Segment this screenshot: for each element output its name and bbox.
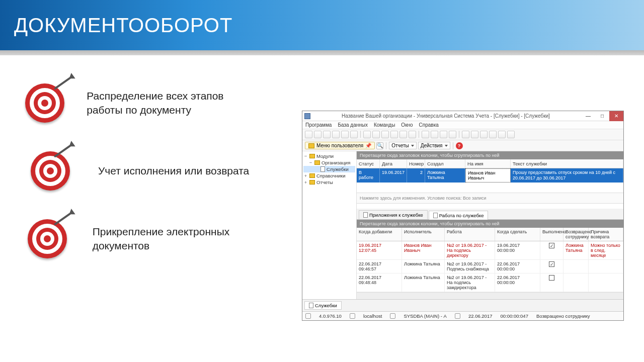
toolbar-button[interactable] (372, 131, 380, 138)
host-icon (350, 313, 355, 319)
bullet-text: Учет исполнения или возврата (98, 164, 249, 178)
toolbar-button[interactable] (390, 131, 398, 138)
checkbox[interactable]: ✓ (549, 261, 554, 267)
menu-item[interactable]: База данных (338, 122, 368, 128)
toolbar-button[interactable] (332, 131, 340, 138)
checkbox[interactable]: ✓ (549, 243, 554, 248)
toolbar-button[interactable] (480, 131, 488, 138)
col-header[interactable]: Исполнитель (402, 228, 445, 241)
bullet-item: Распределение всех этапов работы по доку… (30, 83, 262, 123)
bullet-item: Учет исполнения или возврата (30, 151, 262, 191)
tree-pane: −Модули −Организация Служебки +Справочни… (302, 151, 357, 299)
toolbar-button[interactable] (471, 131, 478, 138)
grid1-header: Статус Дата Номер Создал На имя Текст сл… (357, 159, 623, 168)
search-icon[interactable]: 🔍 (376, 142, 383, 149)
col-header[interactable]: Когда добавили (357, 228, 402, 241)
toolbar-button[interactable] (314, 131, 321, 138)
toolbar-button[interactable] (422, 131, 429, 138)
col-header[interactable]: Выполнено (540, 228, 564, 241)
toolbar-button[interactable] (489, 131, 497, 138)
grid2-row[interactable]: 22.06.2017 09:46:57Ложкина Татьяна№2 от … (357, 260, 623, 274)
tab-work[interactable]: Работа по служебке (429, 211, 489, 220)
maximize-button[interactable]: □ (595, 111, 609, 121)
toolbar-button[interactable] (363, 131, 371, 138)
app-icon (304, 113, 310, 119)
document-icon (320, 166, 325, 172)
group-by-hint-2[interactable]: Перетащите сюда заголовок колонки, чтобы… (357, 220, 623, 228)
grid2-header: Когда добавили Исполнитель Работа Когда … (357, 228, 623, 241)
search-condition[interactable]: Нажмите здесь для изменения. Условие пои… (357, 193, 623, 204)
toolbar-button[interactable] (350, 131, 358, 138)
toolbar-button[interactable] (462, 131, 469, 138)
bullet-text: Прикрепление электронных документов (93, 225, 262, 253)
col-header[interactable]: На имя (465, 159, 511, 168)
user-menu-button[interactable]: Меню пользователя 📌 (305, 142, 375, 149)
toolbar-button[interactable] (507, 131, 515, 138)
toolbar-button[interactable] (431, 131, 438, 138)
divider-bar (0, 50, 644, 55)
toolbar-button[interactable] (399, 131, 407, 138)
reports-dropdown[interactable]: Отчеты (389, 142, 417, 149)
menubar: Программа База данных Команды Окно Справ… (302, 121, 623, 129)
app-window: Название Вашей организации - Универсальн… (302, 111, 624, 321)
tree-item[interactable]: +Отчеты (303, 179, 355, 186)
tree-item[interactable]: −Организация (303, 159, 355, 166)
toolbar-button[interactable] (409, 131, 416, 138)
col-header[interactable]: Дата (380, 159, 407, 168)
toolbar-button[interactable] (323, 131, 331, 138)
actions-dropdown[interactable]: Действия (418, 142, 450, 149)
menu-item[interactable]: Окно (401, 122, 413, 128)
close-button[interactable]: ✕ (609, 111, 623, 121)
toolbar-button[interactable] (305, 131, 312, 138)
help-icon[interactable]: ? (456, 142, 463, 149)
titlebar: Название Вашей организации - Универсальн… (302, 111, 623, 121)
col-header[interactable]: Текст служебки (511, 159, 623, 168)
checkbox[interactable] (549, 275, 554, 281)
folder-icon (308, 143, 314, 148)
menu-item[interactable]: Программа (305, 122, 332, 128)
status-date: 22.06.2017 (468, 313, 493, 319)
col-header[interactable]: Возвращено сотруднику (564, 228, 589, 241)
col-header[interactable]: Создал (425, 159, 465, 168)
col-header[interactable]: Работа (445, 228, 495, 241)
group-by-hint[interactable]: Перетащите сюда заголовок колонки, чтобы… (357, 151, 623, 159)
calendar-icon (455, 313, 460, 319)
pin-icon: 📌 (365, 143, 371, 148)
grid2-row[interactable]: 19.06.2017 12:07:45Иванов Иван Иваныч№2 … (357, 241, 623, 260)
toolbar-button[interactable] (498, 131, 506, 138)
toolbar-secondary: Меню пользователя 📌 🔍 Отчеты Действия ? (302, 140, 623, 151)
tree-item-memos[interactable]: Служебки (303, 166, 355, 172)
folder-icon (314, 160, 320, 165)
tree-item[interactable]: +Справочники (303, 172, 355, 179)
toolbar-button[interactable] (440, 131, 447, 138)
bullet-list: Распределение всех этапов работы по доку… (30, 83, 262, 321)
separator (386, 142, 386, 149)
col-header[interactable]: Статус (357, 159, 380, 168)
status-time: 00:00:00:047 (500, 313, 528, 319)
grid1-row[interactable]: В работе 19.06.2017 2 Ложкина Татьяна Ив… (357, 168, 623, 183)
tree-root[interactable]: −Модули (303, 153, 355, 159)
menu-item[interactable]: Справка (419, 122, 439, 128)
separator (453, 142, 453, 149)
minimize-button[interactable]: — (581, 111, 595, 121)
status-icon (305, 313, 311, 319)
col-header[interactable]: Причина возврата (589, 228, 623, 241)
toolbar-button[interactable] (449, 131, 456, 138)
menu-item[interactable]: Команды (374, 122, 395, 128)
toolbar-button[interactable] (381, 131, 389, 138)
footer-tab-memos[interactable]: Служебки (304, 301, 342, 310)
subtabs: Приложения к служебке Работа по служебке (357, 209, 623, 220)
toolbar-button[interactable] (341, 131, 349, 138)
tab-attachments[interactable]: Приложения к служебке (359, 210, 428, 219)
bullet-text: Распределение всех этапов работы по доку… (87, 89, 262, 118)
window-title: Название Вашей организации - Универсальн… (310, 113, 581, 119)
separator (459, 131, 459, 138)
scrollbar[interactable] (357, 292, 623, 299)
col-header[interactable]: Когда сделать (495, 228, 540, 241)
separator (419, 131, 419, 138)
col-header[interactable]: Номер (407, 159, 425, 168)
grid2-row[interactable]: 22.06.2017 09:48:48Ложкина Татьяна№2 от … (357, 274, 623, 292)
folder-icon (309, 180, 315, 185)
status-user: SYSDBA (MAIN) - А (404, 313, 447, 319)
separator (360, 131, 361, 138)
